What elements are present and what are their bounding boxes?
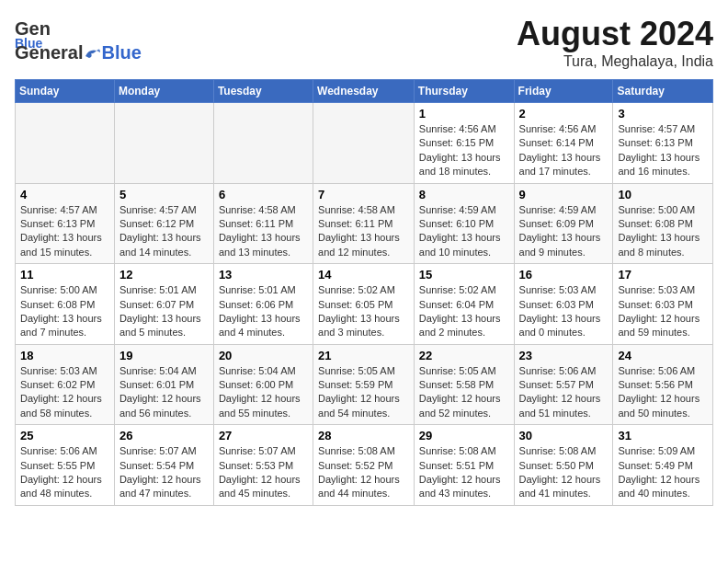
day-number: 23 xyxy=(519,349,609,362)
calendar-cell: 4Sunrise: 4:57 AM Sunset: 6:13 PM Daylig… xyxy=(16,183,115,264)
weekday-header: Thursday xyxy=(414,80,514,103)
calendar-week-row: 25Sunrise: 5:06 AM Sunset: 5:55 PM Dayli… xyxy=(16,425,713,506)
day-number: 21 xyxy=(318,349,409,362)
day-info: Sunrise: 4:56 AM Sunset: 6:14 PM Dayligh… xyxy=(519,122,609,179)
day-info: Sunrise: 4:57 AM Sunset: 6:13 PM Dayligh… xyxy=(20,203,109,260)
calendar-table: SundayMondayTuesdayWednesdayThursdayFrid… xyxy=(15,79,713,506)
calendar-cell: 31Sunrise: 5:09 AM Sunset: 5:49 PM Dayli… xyxy=(613,425,713,506)
day-info: Sunrise: 5:07 AM Sunset: 5:53 PM Dayligh… xyxy=(219,444,308,501)
day-info: Sunrise: 4:56 AM Sunset: 6:15 PM Dayligh… xyxy=(419,122,509,179)
weekday-header: Wednesday xyxy=(313,80,415,103)
day-number: 10 xyxy=(618,188,708,201)
calendar-cell: 2Sunrise: 4:56 AM Sunset: 6:14 PM Daylig… xyxy=(514,103,613,184)
day-number: 31 xyxy=(618,429,708,442)
day-number: 20 xyxy=(219,349,308,362)
day-number: 9 xyxy=(519,188,609,201)
calendar-cell: 15Sunrise: 5:02 AM Sunset: 6:04 PM Dayli… xyxy=(414,264,514,345)
day-number: 14 xyxy=(318,268,409,282)
calendar-cell: 12Sunrise: 5:01 AM Sunset: 6:07 PM Dayli… xyxy=(114,264,213,345)
calendar-cell: 13Sunrise: 5:01 AM Sunset: 6:06 PM Dayli… xyxy=(213,264,313,345)
calendar-cell: 9Sunrise: 4:59 AM Sunset: 6:09 PM Daylig… xyxy=(514,183,613,264)
day-info: Sunrise: 5:04 AM Sunset: 6:01 PM Dayligh… xyxy=(119,364,209,421)
day-number: 24 xyxy=(618,349,708,362)
calendar-cell: 24Sunrise: 5:06 AM Sunset: 5:56 PM Dayli… xyxy=(613,344,713,425)
day-number: 1 xyxy=(419,107,509,121)
title-block: August 2024 Tura, Meghalaya, India xyxy=(517,15,713,70)
calendar-cell: 28Sunrise: 5:08 AM Sunset: 5:52 PM Dayli… xyxy=(313,425,415,506)
calendar-cell: 1Sunrise: 4:56 AM Sunset: 6:15 PM Daylig… xyxy=(414,103,514,184)
weekday-header: Friday xyxy=(514,80,613,103)
calendar-cell xyxy=(16,103,115,184)
calendar-week-row: 1Sunrise: 4:56 AM Sunset: 6:15 PM Daylig… xyxy=(16,103,713,184)
day-info: Sunrise: 5:04 AM Sunset: 6:00 PM Dayligh… xyxy=(219,364,308,421)
calendar-cell: 29Sunrise: 5:08 AM Sunset: 5:51 PM Dayli… xyxy=(414,425,514,506)
calendar-cell: 3Sunrise: 4:57 AM Sunset: 6:13 PM Daylig… xyxy=(613,103,713,184)
page-header: General Blue General Blue August 2024 Tu… xyxy=(15,15,713,70)
day-number: 27 xyxy=(219,429,308,442)
day-number: 28 xyxy=(318,429,409,442)
day-number: 7 xyxy=(318,188,409,201)
page-subtitle: Tura, Meghalaya, India xyxy=(517,53,713,70)
calendar-cell: 5Sunrise: 4:57 AM Sunset: 6:12 PM Daylig… xyxy=(114,183,213,264)
day-info: Sunrise: 5:03 AM Sunset: 6:03 PM Dayligh… xyxy=(618,283,708,340)
calendar-cell: 27Sunrise: 5:07 AM Sunset: 5:53 PM Dayli… xyxy=(213,425,313,506)
day-number: 2 xyxy=(519,107,609,121)
weekday-header-row: SundayMondayTuesdayWednesdayThursdayFrid… xyxy=(16,80,713,103)
weekday-header: Monday xyxy=(114,80,213,103)
calendar-cell: 16Sunrise: 5:03 AM Sunset: 6:03 PM Dayli… xyxy=(514,264,613,345)
day-info: Sunrise: 5:01 AM Sunset: 6:06 PM Dayligh… xyxy=(219,283,308,340)
calendar-week-row: 11Sunrise: 5:00 AM Sunset: 6:08 PM Dayli… xyxy=(16,264,713,345)
day-info: Sunrise: 4:59 AM Sunset: 6:10 PM Dayligh… xyxy=(419,203,509,260)
weekday-header: Tuesday xyxy=(213,80,313,103)
weekday-header: Sunday xyxy=(16,80,115,103)
calendar-cell: 14Sunrise: 5:02 AM Sunset: 6:05 PM Dayli… xyxy=(313,264,415,345)
day-number: 5 xyxy=(119,188,209,201)
day-number: 19 xyxy=(119,349,209,362)
day-info: Sunrise: 5:06 AM Sunset: 5:55 PM Dayligh… xyxy=(20,444,109,501)
day-info: Sunrise: 4:58 AM Sunset: 6:11 PM Dayligh… xyxy=(219,203,308,260)
day-number: 6 xyxy=(219,188,308,201)
day-info: Sunrise: 5:01 AM Sunset: 6:07 PM Dayligh… xyxy=(119,283,209,340)
calendar-cell: 6Sunrise: 4:58 AM Sunset: 6:11 PM Daylig… xyxy=(213,183,313,264)
day-number: 30 xyxy=(519,429,609,442)
day-number: 11 xyxy=(20,268,109,282)
day-info: Sunrise: 5:00 AM Sunset: 6:08 PM Dayligh… xyxy=(20,283,109,340)
calendar-cell: 19Sunrise: 5:04 AM Sunset: 6:01 PM Dayli… xyxy=(114,344,213,425)
day-number: 13 xyxy=(219,268,308,282)
calendar-cell: 30Sunrise: 5:08 AM Sunset: 5:50 PM Dayli… xyxy=(514,425,613,506)
day-info: Sunrise: 5:03 AM Sunset: 6:02 PM Dayligh… xyxy=(20,364,109,421)
calendar-cell: 23Sunrise: 5:06 AM Sunset: 5:57 PM Dayli… xyxy=(514,344,613,425)
page-title: August 2024 xyxy=(517,15,713,53)
day-info: Sunrise: 5:03 AM Sunset: 6:03 PM Dayligh… xyxy=(519,283,609,340)
day-info: Sunrise: 5:02 AM Sunset: 6:04 PM Dayligh… xyxy=(419,283,509,340)
day-info: Sunrise: 5:05 AM Sunset: 5:59 PM Dayligh… xyxy=(318,364,409,421)
day-info: Sunrise: 5:02 AM Sunset: 6:05 PM Dayligh… xyxy=(318,283,409,340)
calendar-cell xyxy=(114,103,213,184)
calendar-cell: 18Sunrise: 5:03 AM Sunset: 6:02 PM Dayli… xyxy=(16,344,115,425)
calendar-cell: 8Sunrise: 4:59 AM Sunset: 6:10 PM Daylig… xyxy=(414,183,514,264)
logo-bird-icon xyxy=(84,47,100,60)
day-number: 8 xyxy=(419,188,509,201)
day-number: 25 xyxy=(20,429,109,442)
day-number: 26 xyxy=(119,429,209,442)
logo: General Blue General Blue xyxy=(15,15,142,63)
day-info: Sunrise: 5:00 AM Sunset: 6:08 PM Dayligh… xyxy=(618,203,708,260)
calendar-cell: 21Sunrise: 5:05 AM Sunset: 5:59 PM Dayli… xyxy=(313,344,415,425)
calendar-cell xyxy=(213,103,313,184)
logo-general: General xyxy=(15,42,83,63)
day-number: 29 xyxy=(419,429,509,442)
calendar-cell: 11Sunrise: 5:00 AM Sunset: 6:08 PM Dayli… xyxy=(16,264,115,345)
day-info: Sunrise: 4:57 AM Sunset: 6:13 PM Dayligh… xyxy=(618,122,708,179)
day-number: 22 xyxy=(419,349,509,362)
day-info: Sunrise: 4:57 AM Sunset: 6:12 PM Dayligh… xyxy=(119,203,209,260)
day-info: Sunrise: 4:58 AM Sunset: 6:11 PM Dayligh… xyxy=(318,203,409,260)
calendar-week-row: 4Sunrise: 4:57 AM Sunset: 6:13 PM Daylig… xyxy=(16,183,713,264)
day-number: 15 xyxy=(419,268,509,282)
day-info: Sunrise: 5:05 AM Sunset: 5:58 PM Dayligh… xyxy=(419,364,509,421)
day-info: Sunrise: 5:08 AM Sunset: 5:50 PM Dayligh… xyxy=(519,444,609,501)
calendar-cell: 17Sunrise: 5:03 AM Sunset: 6:03 PM Dayli… xyxy=(613,264,713,345)
calendar-cell: 22Sunrise: 5:05 AM Sunset: 5:58 PM Dayli… xyxy=(414,344,514,425)
calendar-week-row: 18Sunrise: 5:03 AM Sunset: 6:02 PM Dayli… xyxy=(16,344,713,425)
calendar-cell: 25Sunrise: 5:06 AM Sunset: 5:55 PM Dayli… xyxy=(16,425,115,506)
calendar-cell: 20Sunrise: 5:04 AM Sunset: 6:00 PM Dayli… xyxy=(213,344,313,425)
